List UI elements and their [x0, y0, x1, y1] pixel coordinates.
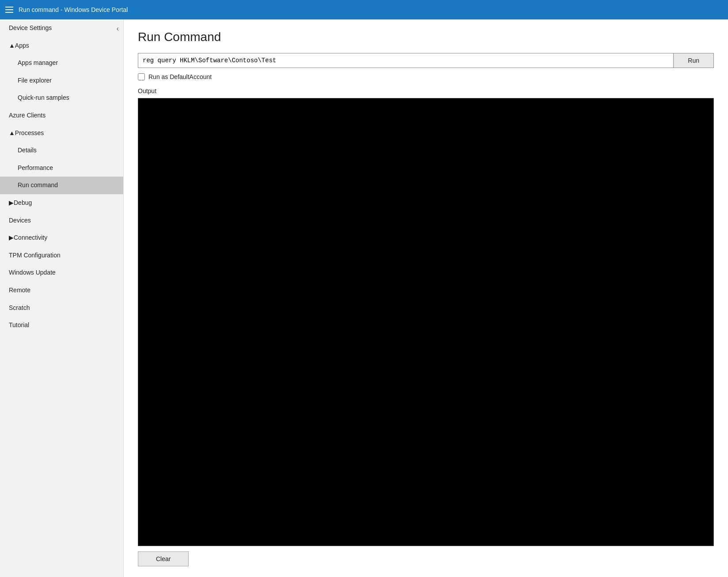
run-button[interactable]: Run	[674, 53, 714, 68]
command-row: Run	[138, 53, 714, 68]
sidebar: ‹ Device Settings▲AppsApps managerFile e…	[0, 19, 124, 577]
clear-button[interactable]: Clear	[138, 551, 189, 566]
main-layout: ‹ Device Settings▲AppsApps managerFile e…	[0, 19, 728, 577]
content-area: Run Command Run Run as DefaultAccount Ou…	[124, 19, 728, 577]
sidebar-item-file-explorer[interactable]: File explorer	[0, 72, 123, 90]
sidebar-item-remote[interactable]: Remote	[0, 282, 123, 299]
command-input[interactable]	[138, 53, 674, 68]
sidebar-item-tpm-configuration[interactable]: TPM Configuration	[0, 247, 123, 264]
sidebar-item-quick-run[interactable]: Quick-run samples	[0, 89, 123, 107]
sidebar-item-windows-update[interactable]: Windows Update	[0, 264, 123, 282]
hamburger-menu[interactable]	[5, 7, 13, 13]
sidebar-item-performance[interactable]: Performance	[0, 159, 123, 177]
window-title: Run command - Windows Device Portal	[19, 6, 128, 13]
sidebar-item-run-command[interactable]: Run command	[0, 177, 123, 194]
titlebar: Run command - Windows Device Portal	[0, 0, 728, 19]
checkbox-label: Run as DefaultAccount	[148, 73, 212, 80]
nav-list: Device Settings▲AppsApps managerFile exp…	[0, 19, 123, 334]
output-label: Output	[138, 87, 714, 94]
sidebar-item-tutorial[interactable]: Tutorial	[0, 317, 123, 334]
checkbox-row: Run as DefaultAccount	[138, 73, 714, 80]
sidebar-item-apps-manager[interactable]: Apps manager	[0, 54, 123, 72]
sidebar-item-processes[interactable]: ▲Processes	[0, 124, 123, 142]
sidebar-item-details[interactable]: Details	[0, 142, 123, 159]
sidebar-collapse-button[interactable]: ‹	[115, 23, 121, 34]
sidebar-item-apps[interactable]: ▲Apps	[0, 37, 123, 55]
sidebar-item-devices[interactable]: Devices	[0, 212, 123, 230]
sidebar-item-azure-clients[interactable]: Azure Clients	[0, 107, 123, 124]
page-title: Run Command	[138, 30, 714, 44]
sidebar-item-debug[interactable]: ▶Debug	[0, 194, 123, 212]
output-area	[138, 98, 714, 546]
sidebar-item-connectivity[interactable]: ▶Connectivity	[0, 229, 123, 247]
sidebar-item-scratch[interactable]: Scratch	[0, 299, 123, 317]
sidebar-item-device-settings[interactable]: Device Settings	[0, 19, 123, 37]
default-account-checkbox[interactable]	[138, 73, 145, 80]
